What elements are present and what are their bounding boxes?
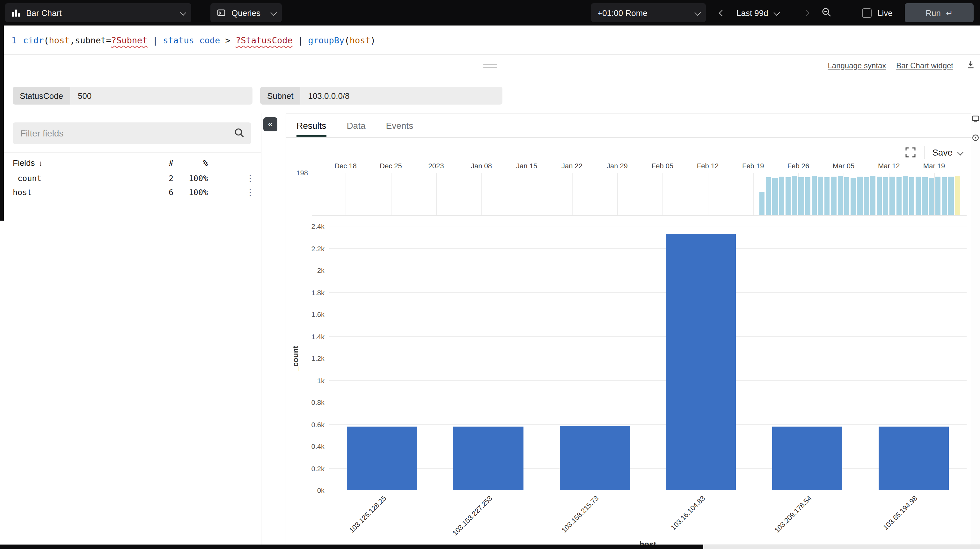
save-dropdown[interactable]: Save (932, 147, 962, 158)
timeline-bar[interactable] (759, 192, 765, 215)
field-name: host (13, 188, 32, 197)
timeline-bar[interactable] (792, 176, 797, 215)
timeline-tick-label: Dec 25 (380, 162, 402, 170)
timeline-bar[interactable] (896, 177, 901, 215)
live-label: Live (877, 8, 892, 18)
timeline-bar[interactable] (929, 178, 934, 215)
parameter-label: StatusCode (13, 87, 70, 105)
field-menu-icon[interactable]: ⋮ (246, 188, 255, 197)
timeline-bar[interactable] (818, 177, 823, 215)
chart-bar[interactable] (453, 426, 523, 490)
timeline-bar[interactable] (831, 177, 836, 215)
timeline-bar[interactable] (844, 177, 849, 215)
timeline-bar[interactable] (922, 177, 928, 215)
timeline-bar[interactable] (864, 177, 869, 215)
tab-data[interactable]: Data (347, 114, 365, 137)
timeline-bar[interactable] (772, 178, 778, 215)
timeline-bar[interactable] (916, 177, 921, 215)
save-label: Save (932, 147, 953, 158)
timezone-label: +01:00 Rome (597, 8, 648, 18)
timeline-bar[interactable] (857, 177, 862, 215)
timeline-bar[interactable] (824, 177, 829, 215)
resize-handle[interactable] (483, 64, 497, 68)
widget-type-dropdown[interactable]: Bar Chart (5, 3, 191, 22)
timeline-tick-label: Mar 12 (878, 162, 900, 170)
field-menu-icon[interactable]: ⋮ (246, 173, 255, 183)
timeline-bar[interactable] (786, 177, 791, 215)
x-tick-label: 103.65.194.98 (882, 494, 919, 531)
time-range-label: Last 99d (737, 8, 768, 18)
timeline-bar[interactable] (877, 177, 882, 215)
left-edge-strip (0, 25, 4, 221)
collapse-editor-icon[interactable] (967, 60, 975, 69)
timezone-dropdown[interactable]: +01:00 Rome (591, 3, 706, 22)
chart-plot (329, 226, 967, 490)
query-editor[interactable]: 1cidr(host,subnet=?Subnet | status_code … (0, 25, 980, 55)
field-row[interactable]: _count2100%⋮ (0, 173, 261, 188)
timeline-bar[interactable] (942, 177, 947, 215)
language-syntax-link[interactable]: Language syntax (827, 61, 886, 70)
chart-bar[interactable] (666, 234, 736, 490)
tab-results[interactable]: Results (296, 114, 326, 137)
field-row[interactable]: host6100%⋮ (0, 188, 261, 202)
timeline-bar[interactable] (903, 176, 908, 215)
time-range-dropdown[interactable]: Last 99d (737, 3, 778, 22)
timeline-bar[interactable] (851, 178, 856, 215)
fields-sort-header[interactable]: Fields ↓ (13, 158, 42, 168)
timeline-bar[interactable] (935, 177, 940, 215)
timeline-bar[interactable] (909, 177, 914, 215)
parameter-subnet: Subnet (260, 87, 503, 105)
timeline-bar[interactable] (779, 177, 784, 215)
monitor-icon[interactable] (972, 115, 979, 123)
filter-fields-input[interactable] (13, 123, 251, 144)
zoom-out-button[interactable] (821, 7, 832, 18)
timeline-bar[interactable] (870, 176, 875, 215)
timeline-tick-label: Jan 08 (471, 162, 492, 170)
time-back-button[interactable] (713, 3, 731, 22)
y-tick-label: 2k (317, 267, 325, 274)
chart-column (861, 226, 967, 490)
query-token: ) (371, 35, 375, 45)
field-count: 6 (148, 188, 173, 197)
chart-bar[interactable] (772, 426, 842, 490)
chart-column (329, 226, 435, 490)
query-token: host (49, 35, 70, 45)
parameter-subnet-input[interactable] (300, 87, 503, 105)
run-button[interactable]: Run ↵ (905, 3, 974, 22)
search-icon (234, 127, 245, 138)
collapse-fields-panel-button[interactable]: « (263, 117, 277, 131)
timeline-bar[interactable] (890, 177, 895, 215)
query-token: ?StatusCode (235, 35, 293, 45)
timeline-bar[interactable] (883, 177, 888, 215)
timeline-bar[interactable] (812, 176, 817, 215)
live-toggle[interactable]: Live (862, 3, 892, 22)
timeline-bar[interactable] (766, 177, 771, 215)
run-label: Run (926, 8, 941, 18)
chart-column (648, 226, 754, 490)
query-token: host (350, 35, 371, 45)
chart-bar[interactable] (347, 426, 417, 490)
queries-dropdown[interactable]: Queries (210, 3, 282, 22)
parameter-statuscode-input[interactable] (70, 87, 253, 105)
widget-docs-link[interactable]: Bar Chart widget (896, 61, 953, 70)
return-key-icon: ↵ (946, 8, 953, 18)
chart-bar[interactable] (878, 427, 948, 490)
timeline-gridline (753, 173, 754, 215)
tab-events[interactable]: Events (386, 114, 414, 137)
live-checkbox[interactable] (862, 8, 872, 18)
timeline-bar[interactable] (799, 177, 804, 215)
timeline-gridline (708, 173, 708, 215)
y-tick-label: 1.4k (311, 333, 325, 340)
crosshair-icon[interactable] (972, 134, 979, 142)
y-tick-label: 1k (317, 377, 325, 384)
timeline-bar[interactable] (948, 177, 953, 215)
timeline-bar[interactable] (955, 176, 960, 215)
time-forward-button[interactable] (797, 3, 815, 22)
fields-list: Fields ↓ # % _count2100%⋮host6100%⋮ (0, 153, 261, 544)
timeline-gridline (345, 173, 346, 215)
fullscreen-button[interactable] (905, 146, 916, 158)
timeline-tick-label: Jan 15 (516, 162, 537, 170)
timeline-bar[interactable] (837, 176, 843, 215)
chart-bar[interactable] (560, 426, 630, 490)
timeline-bar[interactable] (805, 177, 810, 215)
